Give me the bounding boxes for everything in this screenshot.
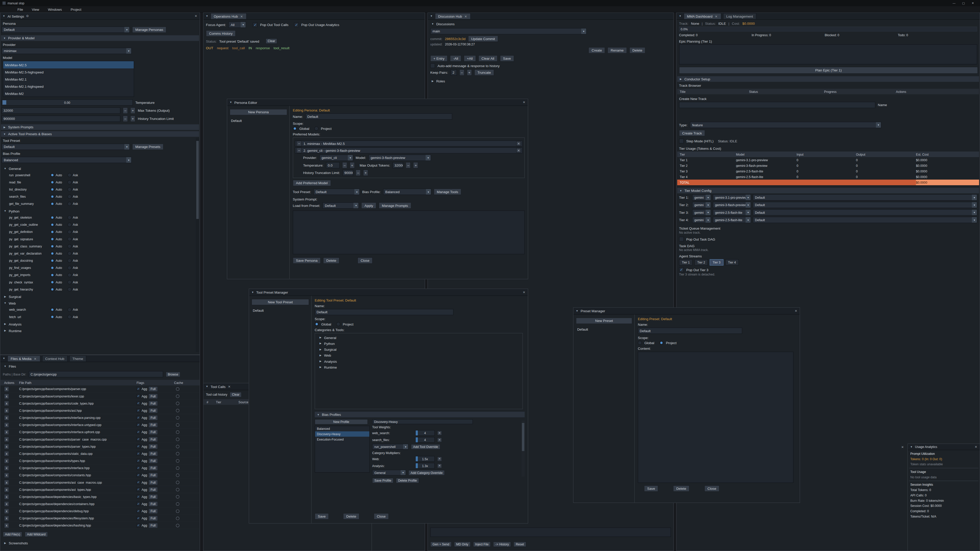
discussion-send-button[interactable]: Inject File <box>473 541 491 547</box>
entry-action-button[interactable]: Save <box>500 56 514 62</box>
clear-status-button[interactable]: Clear <box>266 38 277 44</box>
detached-panel-close-icon[interactable] <box>900 445 904 449</box>
discussion-send-button[interactable]: Gen + Send <box>430 541 452 547</box>
tier-provider-combo[interactable]: gemini <box>692 217 711 223</box>
remove-file-button[interactable]: x <box>4 487 9 492</box>
collapse-caret-icon[interactable] <box>575 310 579 312</box>
delete-persona-button[interactable]: Delete <box>323 257 339 264</box>
model-list-item[interactable]: MiniMax-M2.5 <box>3 61 134 68</box>
tool-preset-name-input[interactable]: Default <box>315 309 453 315</box>
stream-tab[interactable]: Tier 3 <box>710 259 723 265</box>
entry-action-button[interactable]: + Entry <box>430 56 448 62</box>
global-radio[interactable] <box>315 322 319 326</box>
max-tokens-input[interactable]: 32000 <box>2 107 120 114</box>
menu-item[interactable]: View <box>32 7 39 11</box>
agg-checkbox[interactable] <box>137 423 140 427</box>
delete-tool-preset-button[interactable]: Delete <box>343 513 360 519</box>
entry-action-button[interactable]: +All <box>464 56 476 62</box>
screenshots-section[interactable]: Screenshots <box>0 540 200 546</box>
auto-radio[interactable] <box>50 216 54 220</box>
manage-personas-button[interactable]: Manage Personas <box>132 27 166 33</box>
pop-out-dag-checkbox[interactable] <box>679 237 684 241</box>
agg-checkbox[interactable] <box>137 524 140 527</box>
ask-radio[interactable] <box>67 187 72 192</box>
remove-preferred-model-button[interactable] <box>516 148 521 152</box>
ask-radio[interactable] <box>67 273 72 277</box>
epic-planning-textarea[interactable] <box>679 44 977 64</box>
agg-checkbox[interactable] <box>137 495 140 499</box>
tool-preset-manager-header[interactable]: Tool Preset Manager <box>249 289 528 296</box>
close-dialog-button[interactable]: Close <box>358 257 372 264</box>
full-button[interactable]: Full <box>148 487 158 492</box>
bias-profile-combo[interactable]: Balanced <box>383 189 431 195</box>
cache-indicator-icon[interactable] <box>176 416 179 419</box>
close-icon[interactable] <box>228 385 231 388</box>
truncate-button[interactable]: Truncate <box>474 69 494 76</box>
full-button[interactable]: Full <box>148 451 158 456</box>
tool-preset-combo[interactable]: Default <box>313 189 360 195</box>
close-dialog-button[interactable]: Close <box>374 513 389 519</box>
remove-file-button[interactable]: x <box>4 429 9 435</box>
auto-radio[interactable] <box>50 245 54 248</box>
delete-profile-button[interactable]: Delete Profile <box>396 478 419 483</box>
project-radio[interactable] <box>336 322 340 326</box>
remove-file-button[interactable]: x <box>4 393 9 399</box>
full-button[interactable]: Full <box>148 408 158 413</box>
tool-group-surgical[interactable]: Surgical <box>0 294 200 300</box>
cache-indicator-icon[interactable] <box>176 445 179 448</box>
weight-drag[interactable]: 4 <box>415 430 434 436</box>
tier-provider-combo[interactable]: gemini <box>692 202 711 208</box>
remove-weight-button[interactable] <box>437 430 442 435</box>
full-button[interactable]: Full <box>148 508 158 514</box>
ask-radio[interactable] <box>67 280 72 284</box>
manage-prompts-button[interactable]: Manage Prompts <box>379 202 411 208</box>
profile-name-input[interactable]: Discovery-Heavy <box>372 419 473 424</box>
close-icon[interactable] <box>522 100 526 104</box>
model-list-item[interactable]: MiniMax-M2.1 <box>3 76 134 83</box>
comms-history-button[interactable]: Comms History <box>206 30 236 37</box>
remove-file-button[interactable]: x <box>4 408 9 413</box>
tier-provider-combo[interactable]: gemini <box>692 194 711 200</box>
full-button[interactable]: Full <box>148 494 158 499</box>
discussions-section[interactable]: Discussions <box>428 21 673 27</box>
tier-provider-combo[interactable]: gemini <box>692 209 711 215</box>
ask-radio[interactable] <box>67 266 72 270</box>
pop-out-tier3-checkbox[interactable] <box>679 267 684 272</box>
collapse-caret-icon[interactable] <box>678 15 682 17</box>
agg-checkbox[interactable] <box>137 516 140 520</box>
tab-log-management[interactable]: Log Management <box>723 13 756 19</box>
pop-out-tool-calls-checkbox[interactable] <box>253 22 258 27</box>
close-icon[interactable] <box>974 445 978 448</box>
bias-profiles-section[interactable]: Bias Profiles <box>315 412 525 417</box>
auto-radio[interactable] <box>50 237 54 241</box>
update-commit-button[interactable]: Update Commit <box>468 36 498 42</box>
agg-checkbox[interactable] <box>137 509 140 513</box>
message-input[interactable] <box>430 527 671 537</box>
cache-indicator-icon[interactable] <box>176 409 179 412</box>
decrement-button[interactable]: – <box>460 69 465 76</box>
reorder-handle[interactable] <box>297 141 302 146</box>
full-button[interactable]: Full <box>148 480 158 485</box>
full-button[interactable]: Full <box>148 415 158 421</box>
agg-checkbox[interactable] <box>137 452 140 456</box>
remove-file-button[interactable]: x <box>4 415 9 421</box>
decrement-button[interactable]: – <box>342 162 347 168</box>
preset-list-item[interactable]: Default <box>573 327 635 332</box>
persona-name-input[interactable]: Default <box>305 113 452 119</box>
full-button[interactable]: Full <box>148 400 158 406</box>
auto-radio[interactable] <box>50 230 54 234</box>
close-window-icon[interactable]: ✕ <box>968 0 977 6</box>
full-button[interactable]: Full <box>148 465 158 471</box>
close-icon[interactable] <box>522 291 526 294</box>
agg-checkbox[interactable] <box>137 473 140 477</box>
category-override-combo[interactable]: General <box>372 470 406 475</box>
auto-radio[interactable] <box>50 259 54 263</box>
track-type-combo[interactable]: feature <box>690 122 881 128</box>
close-icon[interactable] <box>794 309 798 313</box>
step-mode-checkbox[interactable] <box>679 139 684 143</box>
menu-item[interactable]: File <box>18 7 23 11</box>
increment-button[interactable]: + <box>130 116 135 122</box>
tool-group-web[interactable]: Web <box>0 300 200 306</box>
roles-section[interactable]: Roles <box>428 78 673 84</box>
remove-multiplier-button[interactable] <box>437 464 442 468</box>
